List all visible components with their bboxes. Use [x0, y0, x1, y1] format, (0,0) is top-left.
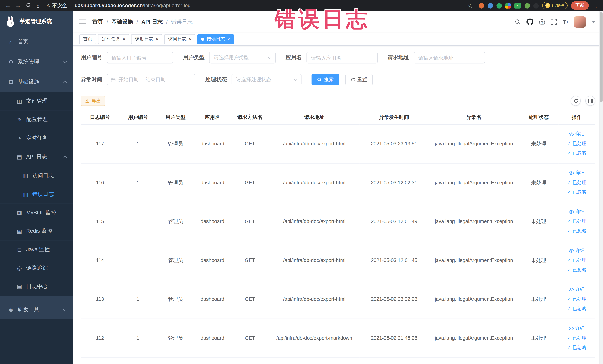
tab-access-log[interactable]: 访问日志 × — [164, 34, 195, 44]
app-name-input[interactable] — [306, 52, 378, 63]
extension-icon-1[interactable] — [479, 3, 484, 8]
chrome-update-button[interactable]: 更新 — [571, 1, 589, 10]
sidebar-item-tracing[interactable]: ◎ 链路追踪 — [0, 259, 73, 277]
hamburger-icon[interactable] — [79, 22, 86, 22]
forward-icon[interactable]: → — [13, 2, 23, 9]
sidebar-item-home[interactable]: ⌂ 首页 — [0, 32, 73, 52]
filter-row-2: 异常时间 开始日期 - 结束日期 处理状态 请选择处理状态 — [81, 74, 595, 85]
sidebar-item-redis-monitor[interactable]: ▩ Redis 监控 — [0, 222, 73, 240]
tab-error-log[interactable]: 错误日志 × — [197, 34, 234, 44]
sidebar-item-mysql-monitor[interactable]: ▦ MySQL 监控 — [0, 203, 73, 222]
calendar-icon — [111, 77, 116, 82]
paused-extension-badge[interactable]: 已暂停 — [542, 2, 568, 9]
page-scrollbar[interactable] — [599, 11, 603, 364]
cell-actions: 详细 ✓已处理 ✓已忽略 — [558, 124, 595, 163]
detail-link[interactable]: 详细 — [560, 207, 594, 217]
close-icon[interactable]: × — [156, 37, 159, 41]
mark-processed-link[interactable]: ✓已处理 — [560, 333, 594, 343]
sidebar-item-java-monitor[interactable]: ⊟ Java 监控 — [0, 240, 73, 259]
sidebar-item-scheduled-tasks[interactable]: ◔ 定时任务 — [0, 129, 73, 147]
tab-scheduled-tasks[interactable]: 定时任务 × — [98, 34, 129, 44]
help-icon[interactable]: ? — [539, 19, 545, 25]
cell-app-name: dashboard — [194, 318, 231, 357]
sidebar-item-log-center[interactable]: ▣ 日志中心 — [0, 277, 73, 296]
search-icon[interactable] — [515, 19, 521, 25]
avatar-caret-icon[interactable] — [592, 21, 595, 23]
process-status-select[interactable]: 请选择处理状态 — [232, 74, 302, 85]
close-icon[interactable]: × — [227, 37, 230, 41]
detail-link[interactable]: 详细 — [560, 129, 594, 139]
col-request-url: 请求地址 — [269, 110, 359, 124]
detail-link[interactable]: 详细 — [560, 285, 594, 294]
scrollbar-thumb[interactable] — [600, 12, 603, 102]
tab-schedule-log[interactable]: 调度日志 × — [131, 34, 162, 44]
fullscreen-icon[interactable] — [551, 19, 557, 25]
extension-icon-6[interactable] — [525, 3, 530, 8]
search-button[interactable]: 搜索 — [312, 74, 339, 85]
mark-ignored-link[interactable]: ✓已忽略 — [560, 187, 594, 197]
end-date-input[interactable]: 结束日期 — [146, 76, 165, 83]
extension-icon-7[interactable] — [533, 3, 539, 8]
back-icon[interactable]: ← — [3, 2, 13, 9]
detail-link[interactable]: 详细 — [560, 168, 594, 178]
reset-button[interactable]: 重置 — [345, 74, 372, 85]
breadcrumb-infrastructure[interactable]: 基础设施 — [111, 19, 133, 25]
github-icon[interactable] — [527, 19, 533, 25]
sidebar-item-dev-tools[interactable]: ◈ 研发工具 — [0, 300, 73, 319]
refresh-button[interactable] — [571, 96, 581, 106]
home-icon[interactable]: ⌂ — [33, 2, 43, 9]
chrome-menu-icon[interactable]: ⋮ — [592, 2, 600, 9]
cell-app-name: dashboard — [194, 202, 231, 241]
sidebar-item-error-log[interactable]: ▥ 错误日志 — [0, 185, 73, 204]
request-url-input[interactable] — [414, 52, 485, 63]
mark-processed-link[interactable]: ✓已处理 — [560, 294, 594, 304]
extension-icon-2[interactable] — [488, 3, 493, 8]
close-icon[interactable]: × — [189, 37, 192, 41]
reload-icon[interactable] — [23, 2, 33, 9]
table-row: 117 1 管理员 dashboard GET /api/infra/db-do… — [81, 124, 595, 163]
user-type-select[interactable]: 请选择用户类型 — [209, 52, 276, 63]
breadcrumb-home[interactable]: 首页 — [92, 19, 103, 25]
font-size-icon[interactable]: TT — [563, 19, 568, 25]
extension-icon-4[interactable] — [505, 3, 511, 8]
chevron-down-icon — [268, 55, 272, 59]
mark-processed-link[interactable]: ✓已处理 — [560, 256, 594, 265]
sidebar-item-system-management[interactable]: ⚙ 系统管理 — [0, 52, 73, 72]
process-status-placeholder: 请选择处理状态 — [236, 76, 291, 83]
extension-icon-3[interactable] — [496, 3, 502, 8]
app-logo[interactable]: 芋道管理系统 — [0, 11, 73, 32]
breadcrumb-api-logs[interactable]: API 日志 — [141, 19, 163, 25]
mark-processed-link[interactable]: ✓已处理 — [560, 178, 594, 187]
mark-ignored-link[interactable]: ✓已忽略 — [560, 304, 594, 314]
header-actions: ? TT — [515, 16, 595, 28]
mark-ignored-link[interactable]: ✓已忽略 — [560, 265, 594, 275]
extension-on-icon[interactable]: on — [514, 3, 521, 8]
tab-home[interactable]: 首页 — [79, 34, 96, 44]
start-date-input[interactable]: 开始日期 — [118, 76, 139, 83]
detail-link[interactable]: 详细 — [560, 324, 594, 333]
close-icon[interactable]: × — [123, 37, 126, 41]
detail-link[interactable]: 详细 — [560, 246, 594, 256]
cell-status: 未处理 — [519, 241, 558, 280]
warning-icon: ⚠ — [46, 3, 50, 8]
address-bar[interactable]: ⚠ 不安全 | dashboard.yudao.iocoder.cn/infra… — [46, 2, 462, 9]
mark-ignored-link[interactable]: ✓已忽略 — [560, 226, 594, 236]
sidebar-item-access-log[interactable]: ▥ 访问日志 — [0, 166, 73, 185]
sidebar-item-api-logs[interactable]: ▤ API 日志 — [0, 147, 73, 167]
mark-processed-link[interactable]: ✓已处理 — [560, 139, 594, 149]
bookmark-star-icon[interactable]: ☆ — [465, 2, 475, 9]
column-settings-button[interactable] — [585, 96, 595, 106]
mark-ignored-link[interactable]: ✓已忽略 — [560, 343, 594, 352]
sidebar-item-infrastructure[interactable]: ⊞ 基础设施 — [0, 72, 73, 92]
avatar[interactable] — [574, 16, 586, 28]
export-button[interactable]: 导出 — [81, 96, 105, 106]
mark-ignored-link[interactable]: ✓已忽略 — [560, 149, 594, 158]
table-settings — [571, 96, 595, 106]
sidebar-item-config-management[interactable]: ✎ 配置管理 — [0, 110, 73, 129]
mark-processed-link[interactable]: ✓已处理 — [560, 217, 594, 226]
breadcrumb-separator: / — [136, 19, 138, 25]
sidebar-item-file-management[interactable]: ◫ 文件管理 — [0, 92, 73, 110]
home-icon: ⌂ — [8, 39, 14, 45]
exception-time-range[interactable]: 开始日期 - 结束日期 — [107, 74, 195, 85]
user-id-input[interactable] — [107, 52, 173, 63]
